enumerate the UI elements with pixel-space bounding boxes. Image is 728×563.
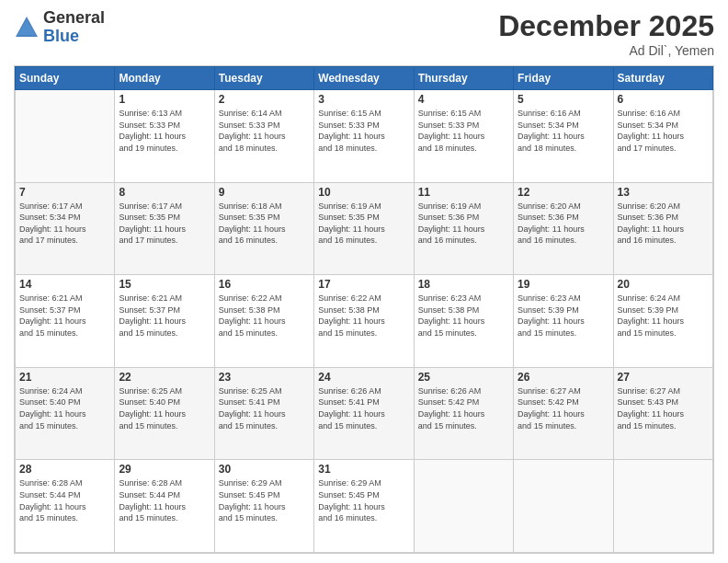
day-info: Sunrise: 6:19 AM Sunset: 5:35 PM Dayligh… [318,201,409,247]
day-number: 12 [518,186,609,199]
day-number: 21 [19,371,110,384]
day-info: Sunrise: 6:24 AM Sunset: 5:39 PM Dayligh… [618,293,709,339]
title-section: December 2025 Ad Dil`, Yemen [498,9,714,58]
calendar-week-4: 21Sunrise: 6:24 AM Sunset: 5:40 PM Dayli… [16,367,713,460]
calendar-cell: 7Sunrise: 6:17 AM Sunset: 5:34 PM Daylig… [16,182,115,275]
day-number: 29 [119,463,210,476]
logo-icon [14,15,40,40]
day-info: Sunrise: 6:19 AM Sunset: 5:36 PM Dayligh… [418,201,509,247]
day-number: 28 [19,463,110,476]
day-number: 5 [518,93,609,106]
day-number: 31 [318,463,409,476]
day-info: Sunrise: 6:16 AM Sunset: 5:34 PM Dayligh… [618,108,709,154]
day-info: Sunrise: 6:22 AM Sunset: 5:38 PM Dayligh… [318,293,409,339]
calendar-cell: 26Sunrise: 6:27 AM Sunset: 5:42 PM Dayli… [514,367,613,460]
day-info: Sunrise: 6:13 AM Sunset: 5:33 PM Dayligh… [119,108,210,154]
day-info: Sunrise: 6:15 AM Sunset: 5:33 PM Dayligh… [318,108,409,154]
day-info: Sunrise: 6:27 AM Sunset: 5:42 PM Dayligh… [518,385,609,431]
day-info: Sunrise: 6:29 AM Sunset: 5:45 PM Dayligh… [219,477,310,523]
calendar-cell: 20Sunrise: 6:24 AM Sunset: 5:39 PM Dayli… [613,275,712,368]
logo-blue-text: Blue [43,28,105,46]
month-title: December 2025 [498,9,714,43]
weekday-header-monday: Monday [115,67,214,90]
day-number: 17 [318,278,409,291]
calendar-week-2: 7Sunrise: 6:17 AM Sunset: 5:34 PM Daylig… [16,182,713,275]
calendar-week-5: 28Sunrise: 6:28 AM Sunset: 5:44 PM Dayli… [16,460,713,553]
day-number: 4 [418,93,509,106]
day-info: Sunrise: 6:17 AM Sunset: 5:35 PM Dayligh… [119,201,210,247]
header: General Blue December 2025 Ad Dil`, Yeme… [14,9,714,58]
calendar-table: SundayMondayTuesdayWednesdayThursdayFrid… [15,66,713,553]
weekday-header-thursday: Thursday [414,67,513,90]
day-number: 9 [219,186,310,199]
day-number: 3 [318,93,409,106]
day-info: Sunrise: 6:26 AM Sunset: 5:41 PM Dayligh… [318,385,409,431]
logo-text: General Blue [43,9,105,46]
day-number: 25 [418,371,509,384]
day-info: Sunrise: 6:23 AM Sunset: 5:38 PM Dayligh… [418,293,509,339]
calendar-body: 1Sunrise: 6:13 AM Sunset: 5:33 PM Daylig… [16,90,713,553]
day-info: Sunrise: 6:25 AM Sunset: 5:40 PM Dayligh… [119,385,210,431]
calendar-header: SundayMondayTuesdayWednesdayThursdayFrid… [16,67,713,90]
page: General Blue December 2025 Ad Dil`, Yeme… [0,0,728,563]
day-info: Sunrise: 6:26 AM Sunset: 5:42 PM Dayligh… [418,385,509,431]
day-number: 26 [518,371,609,384]
calendar-cell: 1Sunrise: 6:13 AM Sunset: 5:33 PM Daylig… [115,90,214,183]
day-info: Sunrise: 6:22 AM Sunset: 5:38 PM Dayligh… [219,293,310,339]
weekday-row: SundayMondayTuesdayWednesdayThursdayFrid… [16,67,713,90]
day-info: Sunrise: 6:16 AM Sunset: 5:34 PM Dayligh… [518,108,609,154]
calendar-cell: 3Sunrise: 6:15 AM Sunset: 5:33 PM Daylig… [314,90,414,183]
day-info: Sunrise: 6:15 AM Sunset: 5:33 PM Dayligh… [418,108,509,154]
weekday-header-sunday: Sunday [16,67,115,90]
day-number: 16 [219,278,310,291]
calendar-cell [514,460,613,553]
calendar-cell: 13Sunrise: 6:20 AM Sunset: 5:36 PM Dayli… [613,182,712,275]
calendar-cell: 30Sunrise: 6:29 AM Sunset: 5:45 PM Dayli… [214,460,313,553]
day-info: Sunrise: 6:18 AM Sunset: 5:35 PM Dayligh… [219,201,310,247]
calendar-cell: 12Sunrise: 6:20 AM Sunset: 5:36 PM Dayli… [514,182,613,275]
svg-marker-1 [17,20,36,35]
day-info: Sunrise: 6:23 AM Sunset: 5:39 PM Dayligh… [518,293,609,339]
day-info: Sunrise: 6:20 AM Sunset: 5:36 PM Dayligh… [518,201,609,247]
day-number: 2 [219,93,310,106]
day-number: 7 [19,186,110,199]
calendar-cell: 24Sunrise: 6:26 AM Sunset: 5:41 PM Dayli… [314,367,414,460]
day-number: 10 [318,186,409,199]
day-info: Sunrise: 6:21 AM Sunset: 5:37 PM Dayligh… [19,293,110,339]
day-info: Sunrise: 6:17 AM Sunset: 5:34 PM Dayligh… [19,201,110,247]
day-number: 19 [518,278,609,291]
day-number: 15 [119,278,210,291]
calendar-cell: 29Sunrise: 6:28 AM Sunset: 5:44 PM Dayli… [115,460,214,553]
day-number: 8 [119,186,210,199]
logo: General Blue [14,9,105,46]
calendar-cell: 27Sunrise: 6:27 AM Sunset: 5:43 PM Dayli… [613,367,712,460]
calendar-cell: 5Sunrise: 6:16 AM Sunset: 5:34 PM Daylig… [514,90,613,183]
calendar-cell: 21Sunrise: 6:24 AM Sunset: 5:40 PM Dayli… [16,367,115,460]
calendar: SundayMondayTuesdayWednesdayThursdayFrid… [14,65,714,554]
calendar-week-3: 14Sunrise: 6:21 AM Sunset: 5:37 PM Dayli… [16,275,713,368]
calendar-cell: 19Sunrise: 6:23 AM Sunset: 5:39 PM Dayli… [514,275,613,368]
day-info: Sunrise: 6:14 AM Sunset: 5:33 PM Dayligh… [219,108,310,154]
location: Ad Dil`, Yemen [498,43,714,58]
day-info: Sunrise: 6:21 AM Sunset: 5:37 PM Dayligh… [119,293,210,339]
calendar-cell: 15Sunrise: 6:21 AM Sunset: 5:37 PM Dayli… [115,275,214,368]
day-info: Sunrise: 6:28 AM Sunset: 5:44 PM Dayligh… [119,477,210,523]
day-number: 11 [418,186,509,199]
calendar-cell: 10Sunrise: 6:19 AM Sunset: 5:35 PM Dayli… [314,182,414,275]
weekday-header-friday: Friday [514,67,613,90]
day-number: 1 [119,93,210,106]
day-number: 13 [618,186,709,199]
day-number: 23 [219,371,310,384]
calendar-cell: 25Sunrise: 6:26 AM Sunset: 5:42 PM Dayli… [414,367,513,460]
calendar-cell: 14Sunrise: 6:21 AM Sunset: 5:37 PM Dayli… [16,275,115,368]
day-number: 18 [418,278,509,291]
calendar-cell: 11Sunrise: 6:19 AM Sunset: 5:36 PM Dayli… [414,182,513,275]
calendar-cell: 6Sunrise: 6:16 AM Sunset: 5:34 PM Daylig… [613,90,712,183]
day-number: 22 [119,371,210,384]
weekday-header-saturday: Saturday [613,67,712,90]
day-number: 14 [19,278,110,291]
calendar-cell [613,460,712,553]
weekday-header-tuesday: Tuesday [214,67,313,90]
day-number: 20 [618,278,709,291]
calendar-cell: 28Sunrise: 6:28 AM Sunset: 5:44 PM Dayli… [16,460,115,553]
